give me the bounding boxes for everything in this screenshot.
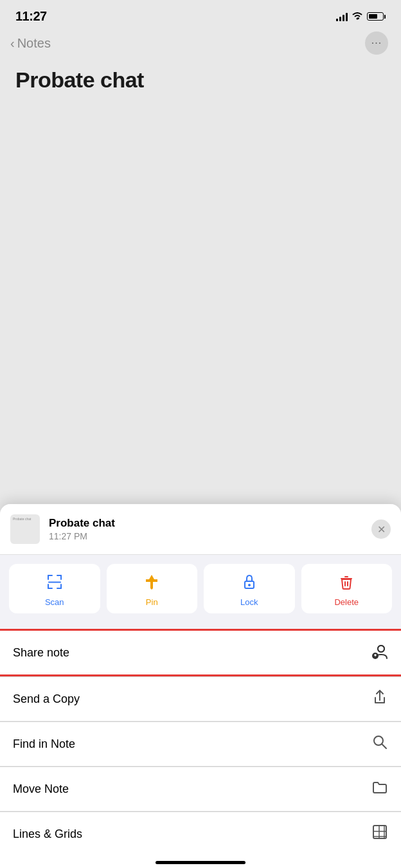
status-time: 11:27 — [15, 9, 47, 24]
find-in-note-label: Find in Note — [13, 737, 75, 751]
pin-icon — [143, 573, 161, 593]
lines-grids-label: Lines & Grids — [13, 827, 82, 841]
svg-point-17 — [378, 646, 384, 652]
chevron-left-icon: ‹ — [10, 36, 15, 51]
note-title-area: Probate chat — [0, 60, 401, 103]
lock-button[interactable]: Lock — [204, 564, 295, 613]
svg-point-11 — [248, 584, 251, 586]
sheet-header: Probate chat Probate chat 11:27 PM ✕ — [0, 504, 401, 555]
share-note-label: Share note — [13, 646, 69, 660]
status-icons — [336, 11, 386, 23]
svg-point-0 — [357, 17, 359, 19]
more-dots-icon: ··· — [371, 37, 382, 49]
share-note-menu-item[interactable]: Share note — [0, 629, 401, 676]
wifi-icon — [352, 11, 363, 23]
svg-rect-2 — [48, 575, 49, 580]
signal-icon — [336, 12, 348, 21]
svg-rect-9 — [48, 582, 61, 583]
svg-rect-15 — [347, 581, 348, 586]
delete-button[interactable]: Delete — [301, 564, 393, 613]
share-icon — [371, 689, 388, 709]
status-bar: 11:27 — [0, 0, 401, 29]
find-in-note-menu-item[interactable]: Find in Note — [0, 722, 401, 766]
svg-rect-4 — [60, 575, 62, 580]
move-note-menu-item[interactable]: Move Note — [0, 767, 401, 811]
bottom-sheet: Probate chat Probate chat 11:27 PM ✕ — [0, 504, 401, 868]
move-note-label: Move Note — [13, 782, 69, 796]
svg-rect-13 — [344, 576, 348, 577]
svg-rect-8 — [60, 584, 62, 589]
navigation-bar: ‹ Notes ··· — [0, 29, 401, 60]
close-icon: ✕ — [377, 523, 386, 536]
svg-rect-6 — [48, 584, 49, 589]
lines-grids-menu-item[interactable]: Lines & Grids — [0, 812, 401, 856]
folder-icon — [371, 779, 388, 799]
pin-button[interactable]: Pin — [107, 564, 198, 613]
search-icon — [371, 734, 388, 754]
send-copy-menu-item[interactable]: Send a Copy — [0, 677, 401, 721]
delete-label: Delete — [334, 597, 359, 607]
lock-label: Lock — [240, 597, 258, 607]
home-indicator — [0, 856, 401, 868]
scan-icon — [46, 573, 64, 593]
note-content[interactable] — [0, 103, 401, 321]
back-button[interactable]: ‹ Notes — [10, 36, 51, 51]
sheet-note-title: Probate chat — [49, 517, 371, 530]
lock-icon — [240, 573, 258, 593]
note-title: Probate chat — [15, 68, 386, 93]
svg-rect-14 — [344, 581, 346, 586]
note-thumbnail: Probate chat — [10, 514, 40, 544]
action-buttons-row: Scan Pin Lock — [0, 555, 401, 622]
battery-icon — [367, 12, 386, 21]
person-add-icon — [370, 642, 388, 664]
grid-icon — [371, 824, 388, 844]
svg-rect-20 — [375, 654, 376, 656]
sheet-close-button[interactable]: ✕ — [371, 520, 391, 539]
send-copy-label: Send a Copy — [13, 692, 80, 706]
pin-label: Pin — [146, 597, 158, 607]
scan-button[interactable]: Scan — [9, 564, 100, 613]
sheet-header-info: Probate chat 11:27 PM — [49, 517, 371, 541]
home-bar — [156, 861, 245, 864]
delete-icon — [337, 573, 355, 593]
menu-section: Share note Send a Copy — [0, 629, 401, 856]
more-button[interactable]: ··· — [365, 32, 388, 55]
sheet-note-time: 11:27 PM — [49, 531, 371, 541]
back-label: Notes — [17, 36, 51, 51]
scan-label: Scan — [45, 597, 64, 607]
